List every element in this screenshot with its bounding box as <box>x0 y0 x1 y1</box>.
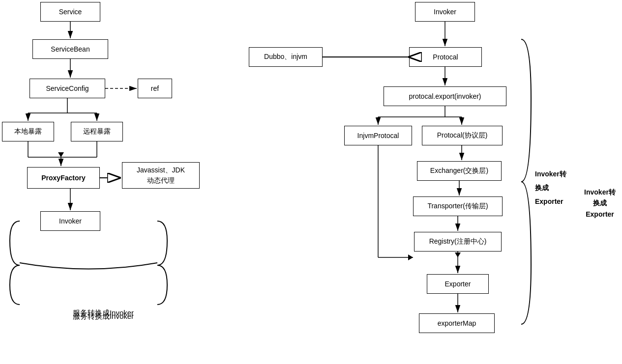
service-box: Service <box>40 2 100 22</box>
servicebean-box: ServiceBean <box>32 39 108 59</box>
exchanger-box: Exchanger(交换层) <box>417 161 502 181</box>
invoker-right-box: Invoker <box>415 2 475 22</box>
serviceconfig-box: ServiceConfig <box>30 79 105 98</box>
service-to-invoker-label: 服务转换成Invoker <box>30 312 177 321</box>
invoker-to-exporter-label: Invoker转换成Exporter <box>535 167 566 208</box>
dubbo-injvm-box: Dubbo、injvm <box>249 47 323 67</box>
javassist-label: Javassist、JDK动态代理 <box>137 165 185 186</box>
local-expose-box: 本地暴露 <box>2 122 54 141</box>
ref-box: ref <box>138 79 172 98</box>
javassist-box: Javassist、JDK动态代理 <box>122 162 200 189</box>
svg-marker-14 <box>58 152 64 157</box>
exportermap-box: exporterMap <box>419 313 495 333</box>
invoker-left-box: Invoker <box>40 211 100 231</box>
proxy-factory-box: ProxyFactory <box>27 167 100 189</box>
protocal-layer-box: Protocal(协议层) <box>422 126 503 145</box>
svg-marker-30 <box>408 254 413 260</box>
remote-expose-box: 远程暴露 <box>71 122 123 141</box>
exporter-box: Exporter <box>427 274 489 294</box>
diagram-container: Service ServiceBean ServiceConfig ref 本地… <box>0 0 622 364</box>
protocal-top-box: Protocal <box>409 47 482 67</box>
registry-box: Registry(注册中心) <box>414 232 502 252</box>
injvm-protocal-box: InjvmProtocal <box>344 126 412 145</box>
right-side-label: Invoker转换成Exporter <box>583 187 617 220</box>
protocal-export-box: protocal.export(invoker) <box>384 86 506 106</box>
transporter-box: Transporter(传输层) <box>413 196 503 216</box>
svg-marker-32 <box>455 252 461 257</box>
